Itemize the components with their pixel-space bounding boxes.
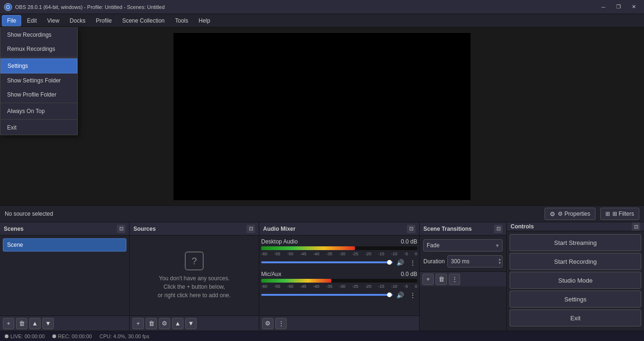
transitions-delete-button[interactable]: 🗑 [436,274,447,285]
sources-up-button[interactable]: ▲ [172,318,183,329]
menu-item-profile[interactable]: Profile [91,16,116,26]
rec-dot [52,334,56,338]
mic-audio-controls: 🔊 ⋮ [261,290,417,300]
desktop-audio-meter-labels: -60-55-50-45-40-35-30-25-20-15-10-50 [261,252,417,256]
properties-button[interactable]: ⚙ ⚙ Properties [545,208,595,220]
menu-item-tools[interactable]: Tools [170,16,193,26]
exit-button[interactable]: Exit [510,309,641,326]
scenes-up-button[interactable]: ▲ [29,318,41,329]
scenes-delete-button[interactable]: 🗑 [16,318,27,329]
transitions-panel-footer: + 🗑 ⋮ [420,271,506,286]
duration-input[interactable] [447,255,503,268]
sources-empty-state: ? You don't have any sources.Click the +… [132,238,256,313]
sources-empty-text: You don't have any sources.Click the + b… [158,274,231,300]
start-streaming-button[interactable]: Start Streaming [510,234,641,251]
cpu-text: CPU: 4.0%, 30.00 fps [99,333,149,339]
maximize-button[interactable]: ❐ [612,2,625,12]
minimize-button[interactable]: ─ [597,2,610,12]
scenes-add-button[interactable]: + [3,318,14,329]
menu-item-file[interactable]: File [2,15,21,26]
desktop-audio-meter-fill [261,246,355,250]
menu-item-docks[interactable]: Docks [65,16,90,26]
title-bar-left: O OBS 28.0.1 (64-bit, windows) - Profile… [4,3,165,11]
duration-down-arrow[interactable]: ▼ [498,261,502,265]
menu-bar: File Edit View Docks Profile Scene Colle… [0,14,644,27]
mic-audio-volume-slider[interactable] [261,294,393,296]
transitions-content: Fade Cut Swipe Slide ▼ Duration ▲ ▼ [420,235,506,271]
audio-panel-footer: ⚙ ⋮ [259,316,419,331]
scene-item[interactable]: Scene [3,238,126,252]
controls-panel: Controls ⊡ Start Streaming Start Recordi… [507,222,644,331]
start-recording-button[interactable]: Start Recording [510,253,641,270]
menu-show-profile-folder[interactable]: Show Profile Folder [0,88,77,102]
sources-panel-header: Sources ⊡ [130,222,259,235]
menu-remux-recordings[interactable]: Remux Recordings [0,42,77,56]
properties-label: ⚙ Properties [558,211,590,217]
menu-item-edit[interactable]: Edit [22,16,41,26]
controls-panel-icon-btn[interactable]: ⊡ [632,222,640,231]
menu-show-settings-folder[interactable]: Show Settings Folder [0,73,77,88]
preview-area [0,27,644,205]
scenes-panel-content: Scene [0,235,129,316]
sources-settings-button[interactable]: ⚙ [159,318,170,329]
settings-button[interactable]: Settings [510,291,641,308]
desktop-audio-name: Desktop Audio [261,238,297,245]
desktop-audio-mute-button[interactable]: 🔊 [396,258,405,267]
transition-select[interactable]: Fade Cut Swipe Slide [423,239,503,252]
audio-panel-icon-btn[interactable]: ⊡ [407,225,415,233]
sources-delete-button[interactable]: 🗑 [146,318,157,329]
app-icon: O [4,3,12,11]
mic-audio-mute-button[interactable]: 🔊 [396,290,405,300]
audio-panel-header: Audio Mixer ⊡ [259,222,419,235]
rec-text: REC: 00:00:00 [58,333,92,339]
studio-mode-button[interactable]: Studio Mode [510,272,641,289]
audio-settings-button[interactable]: ⚙ [262,318,273,329]
menu-item-scene-collection[interactable]: Scene Collection [117,16,169,26]
menu-always-on-top[interactable]: Always On Top [0,104,77,118]
dropdown-separator-1 [0,57,77,57]
sources-add-button[interactable]: + [132,318,144,329]
duration-row: Duration ▲ ▼ [423,255,503,268]
desktop-audio-volume-slider[interactable] [261,261,393,263]
audio-menu-button[interactable]: ⋮ [275,318,287,329]
menu-item-help[interactable]: Help [194,16,215,26]
transitions-panel-icon-btn[interactable]: ⊡ [494,225,503,233]
menu-item-view[interactable]: View [42,16,64,26]
audio-panel-content: Desktop Audio 0.0 dB -60-55-50-45-40-35-… [259,235,419,316]
mic-audio-db: 0.0 dB [401,271,417,277]
desktop-audio-db: 0.0 dB [401,238,417,245]
transitions-panel: Scene Transitions ⊡ Fade Cut Swipe Slide… [420,222,507,331]
file-dropdown: Show Recordings Remux Recordings Setting… [0,27,78,135]
mic-audio-meter [261,279,417,283]
menu-exit[interactable]: Exit [0,121,77,135]
sources-down-button[interactable]: ▼ [185,318,197,329]
live-dot [5,334,8,338]
menu-show-recordings[interactable]: Show Recordings [0,28,77,42]
scenes-panel-title: Scenes [4,226,24,232]
controls-panel-header: Controls ⊡ [507,222,644,231]
filter-icon: ⊞ [605,211,610,217]
transitions-add-button[interactable]: + [422,274,434,285]
menu-settings[interactable]: Settings [0,58,77,73]
mic-audio-channel: Mic/Aux 0.0 dB -60-55-50-45-40-35-30-25-… [261,271,417,300]
scenes-down-button[interactable]: ▼ [42,318,54,329]
status-bar: LIVE: 00:00:00 REC: 00:00:00 CPU: 4.0%, … [0,331,644,341]
transitions-menu-button[interactable]: ⋮ [449,274,460,285]
desktop-audio-menu-button[interactable]: ⋮ [408,258,417,267]
desktop-audio-controls: 🔊 ⋮ [261,258,417,267]
desktop-audio-meter [261,246,417,250]
status-rec: REC: 00:00:00 [52,333,92,339]
scenes-panel: Scenes ⊡ Scene + 🗑 ▲ ▼ [0,222,130,331]
scenes-panel-icon-btn[interactable]: ⊡ [117,225,125,233]
transition-select-wrapper: Fade Cut Swipe Slide ▼ [423,239,503,252]
sources-panel-content[interactable]: ? You don't have any sources.Click the +… [130,235,259,316]
source-bar: No source selected ⚙ ⚙ Properties ⊞ ⊞ Fi… [0,205,644,222]
mic-audio-menu-button[interactable]: ⋮ [408,290,417,300]
filters-label: ⊞ Filters [612,211,634,217]
close-button[interactable]: ✕ [627,2,640,12]
filters-button[interactable]: ⊞ ⊞ Filters [600,208,639,220]
sources-panel-icon-btn[interactable]: ⊡ [247,225,255,233]
mic-audio-meter-fill [261,279,331,283]
desktop-audio-channel: Desktop Audio 0.0 dB -60-55-50-45-40-35-… [261,238,417,267]
duration-label: Duration [423,258,445,265]
